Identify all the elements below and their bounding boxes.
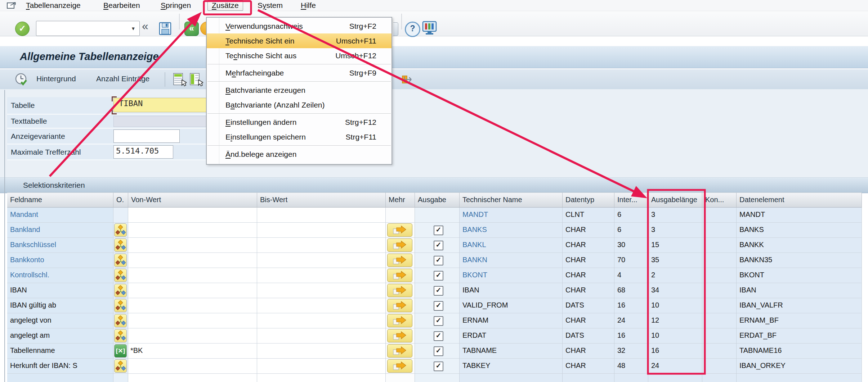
von-wert-cell[interactable] <box>128 328 257 344</box>
bis-wert-cell[interactable] <box>257 223 386 238</box>
selection-option-cell <box>113 359 128 374</box>
bis-wert-cell[interactable] <box>257 208 386 223</box>
ausgabe-checkbox[interactable]: ✓ <box>434 346 443 356</box>
anzahl-eintraege-button[interactable]: Anzahl Einträge <box>96 74 149 83</box>
technischer-name-cell: BANKN <box>460 253 563 268</box>
table-select-icon[interactable] <box>173 72 187 88</box>
help-icon[interactable]: ? <box>405 22 420 37</box>
multiple-selection-arrow-icon[interactable] <box>387 299 412 312</box>
ausgabe-checkbox[interactable]: ✓ <box>434 256 443 265</box>
selection-options-icon[interactable] <box>114 299 127 312</box>
zusaetze-dropdown-menu: VerwendungsnachweisStrg+F2Technische Sic… <box>206 17 392 165</box>
dropdown-item-technische-sicht-ein[interactable]: Technische Sicht einUmsch+F11 <box>207 33 392 48</box>
selection-options-icon[interactable] <box>114 329 127 342</box>
interne-laenge-cell: 4 <box>614 268 648 283</box>
bis-wert-cell[interactable] <box>257 313 386 328</box>
von-wert-cell[interactable] <box>128 359 257 374</box>
dropdown-item-einstellungen-ndern[interactable]: Einstellungen ändernStrg+F12 <box>207 115 392 129</box>
bis-wert-cell[interactable] <box>257 359 386 374</box>
partial-toolbar-icon[interactable] <box>393 22 398 36</box>
multiple-selection-arrow-icon[interactable] <box>387 223 412 237</box>
von-wert-cell[interactable] <box>128 223 257 238</box>
table-column-select-icon[interactable] <box>189 72 203 88</box>
ausgabe-checkbox[interactable]: ✓ <box>434 241 443 250</box>
dropdown-item-batchvariante-erzeugen[interactable]: Batchvariante erzeugen <box>207 83 392 97</box>
multiple-selection-arrow-icon[interactable] <box>387 284 412 297</box>
von-wert-cell[interactable]: *BK <box>128 344 257 359</box>
ausgabe-checkbox[interactable]: ✓ <box>434 316 443 326</box>
ausgabelaenge-cell: 3 <box>648 223 702 238</box>
dropdown-item-shortcut: Umsch+F12 <box>335 51 376 60</box>
ausgabe-checkbox[interactable]: ✓ <box>434 286 443 296</box>
hintergrund-button[interactable]: Hintergrund <box>36 74 76 83</box>
selection-options-icon[interactable] <box>114 254 127 267</box>
von-wert-cell[interactable] <box>128 283 257 298</box>
combo-dropdown-icon[interactable]: ▼ <box>128 22 139 35</box>
command-field[interactable]: ▼ <box>36 21 140 36</box>
grid-column-header-ausgabe: Ausgabe <box>415 192 460 208</box>
bis-wert-cell[interactable] <box>257 344 386 359</box>
ausgabe-checkbox[interactable]: ✓ <box>434 226 443 235</box>
konvertierung-cell <box>702 313 737 328</box>
ausgabe-checkbox[interactable]: ✓ <box>434 331 443 341</box>
save-icon[interactable] <box>158 22 172 36</box>
multiple-selection-arrow-icon[interactable] <box>387 359 412 373</box>
multiple-selection-arrow-icon[interactable] <box>387 269 412 282</box>
selection-options-icon[interactable] <box>114 359 127 373</box>
menubar-item-system[interactable]: System <box>258 1 283 10</box>
multiple-selection-arrow-icon[interactable] <box>387 314 412 327</box>
ausgabe-checkbox[interactable]: ✓ <box>434 271 443 281</box>
selection-option-cell <box>113 328 128 344</box>
von-wert-cell[interactable] <box>128 253 257 268</box>
back-icon[interactable]: « <box>184 22 199 36</box>
von-wert-cell[interactable] <box>128 268 257 283</box>
ausgabe-cell: ✓ <box>415 328 460 344</box>
bis-wert-cell[interactable] <box>257 238 386 253</box>
bis-wert-cell[interactable] <box>257 283 386 298</box>
maximale-trefferzahl-input[interactable]: 5.514.705 <box>113 145 173 159</box>
anzeigevariante-input[interactable] <box>113 129 180 143</box>
new-session-monitor-icon[interactable] <box>422 21 437 36</box>
dropdown-item-verwendungsnachweis[interactable]: VerwendungsnachweisStrg+F2 <box>207 19 392 33</box>
menubar-item-tabellenanzeige[interactable]: Tabellenanzeige <box>26 1 81 10</box>
von-wert-cell[interactable] <box>128 238 257 253</box>
dropdown-item--nd-belege-anzeigen[interactable]: Änd.belege anzeigen <box>207 147 392 162</box>
selection-options-icon[interactable] <box>114 223 127 237</box>
dropdown-item-mehrfacheingabe[interactable]: MehrfacheingabeStrg+F9 <box>207 65 392 80</box>
menubar-item-hilfe[interactable]: Hilfe <box>301 1 316 10</box>
selection-options-icon[interactable] <box>114 284 127 297</box>
collapse-icon[interactable]: « <box>142 19 148 33</box>
bis-wert-cell[interactable] <box>257 298 386 313</box>
dropdown-item-batchvariante-anzahl-zeilen-[interactable]: Batchvariante (Anzahl Zeilen) <box>207 97 392 112</box>
von-wert-cell[interactable] <box>128 374 257 382</box>
von-wert-cell[interactable] <box>128 313 257 328</box>
execute-clock-icon[interactable] <box>14 72 30 89</box>
move-anchor-icon[interactable] <box>401 73 413 87</box>
von-wert-cell[interactable] <box>128 208 257 223</box>
multiple-selection-arrow-icon[interactable] <box>387 238 412 252</box>
multiple-selection-arrow-icon[interactable] <box>387 329 412 342</box>
bis-wert-cell[interactable] <box>257 253 386 268</box>
enter-check-icon[interactable]: ✓ <box>15 22 30 36</box>
selection-options-icon[interactable] <box>114 314 127 327</box>
dropdown-item-technische-sicht-aus[interactable]: Technische Sicht ausUmsch+F12 <box>207 48 392 63</box>
menubar-item-bearbeiten[interactable]: Bearbeiten <box>103 1 140 10</box>
ausgabe-checkbox[interactable]: ✓ <box>434 301 443 311</box>
interaction-icon[interactable] <box>6 1 17 11</box>
selection-options-icon[interactable] <box>114 238 127 252</box>
menubar-item-zustze[interactable]: Zusätze <box>207 0 243 11</box>
menubar-item-springen[interactable]: Springen <box>161 1 191 10</box>
ausgabe-checkbox[interactable]: ✓ <box>434 361 443 371</box>
bis-wert-cell[interactable] <box>257 268 386 283</box>
von-wert-cell[interactable] <box>128 298 257 313</box>
selection-options-icon[interactable] <box>114 269 127 282</box>
selection-option-cell <box>113 208 128 223</box>
exclude-pattern-icon[interactable]: [✕] <box>114 344 127 358</box>
bis-wert-cell[interactable] <box>257 374 386 382</box>
datenelement-cell: IBAN_VALFR <box>737 298 862 313</box>
multiple-selection-arrow-icon[interactable] <box>387 254 412 267</box>
bis-wert-cell[interactable] <box>257 328 386 344</box>
multiple-selection-arrow-icon[interactable] <box>387 344 412 358</box>
dropdown-item-einstellungen-speichern[interactable]: Einstellungen speichernStrg+F11 <box>207 129 392 144</box>
grid-column-header-technischername: Technischer Name <box>460 192 563 208</box>
